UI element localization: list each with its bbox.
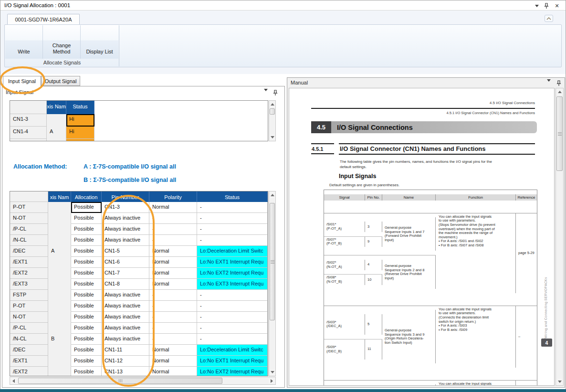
write-button[interactable]: Write xyxy=(5,25,43,59)
table-cell[interactable]: Possible xyxy=(71,279,102,290)
table-cell[interactable]: Possible xyxy=(71,367,102,376)
table-cell[interactable]: - xyxy=(197,323,268,334)
scroll-up-button[interactable] xyxy=(270,192,275,198)
table-cell[interactable]: N-OT xyxy=(10,213,48,224)
table-cell[interactable]: Possible xyxy=(71,356,102,367)
table-cell[interactable] xyxy=(48,213,71,224)
table-cell[interactable]: Lo:No EXT3 Interrupt Requ xyxy=(197,279,268,290)
table-cell[interactable]: Possible xyxy=(71,312,102,323)
table-cell[interactable]: Lo:No EXT1 Interrupt Requ xyxy=(197,257,268,268)
table-cell[interactable]: CN1-12 xyxy=(102,356,149,367)
table-cell[interactable]: - xyxy=(197,290,268,301)
table-cell[interactable]: Possible xyxy=(71,345,102,356)
table-cell[interactable] xyxy=(48,323,71,334)
table-cell[interactable]: Possible xyxy=(71,224,102,235)
collapse-ribbon-icon[interactable] xyxy=(545,15,553,22)
table-cell[interactable]: Always inactive xyxy=(102,301,149,312)
scroll-up-button[interactable] xyxy=(270,101,275,107)
table-cell[interactable] xyxy=(94,114,267,127)
table-cell[interactable]: CN1-6 xyxy=(102,257,149,268)
table-cell[interactable]: P-OT xyxy=(10,202,48,213)
table-cell[interactable]: - xyxy=(197,235,268,246)
scroll-down-button[interactable] xyxy=(270,134,275,140)
table-cell[interactable]: - xyxy=(197,213,268,224)
table-cell[interactable]: - xyxy=(197,312,268,323)
panel-pin-icon[interactable] xyxy=(273,89,278,98)
scroll-down-button[interactable] xyxy=(270,369,275,375)
table-cell[interactable]: P-OT xyxy=(10,301,48,312)
table-cell[interactable]: /N-CL xyxy=(10,334,48,345)
table-cell[interactable]: - xyxy=(149,334,197,345)
manual-vscrollbar[interactable] xyxy=(556,88,564,386)
table-cell[interactable]: Lo:Deceleration Limit Switc xyxy=(197,345,268,356)
table-cell[interactable] xyxy=(48,235,71,246)
table-cell[interactable]: Possible xyxy=(71,334,102,345)
table-cell[interactable]: CN1-3 xyxy=(102,202,149,213)
table-cell[interactable]: - xyxy=(197,301,268,312)
table-cell[interactable]: - xyxy=(149,290,197,301)
table-cell[interactable]: /P-CL xyxy=(10,323,48,334)
table-cell[interactable]: Normal xyxy=(149,279,197,290)
allocation-table-hscrollbar[interactable] xyxy=(10,377,276,385)
table-cell[interactable]: Hi xyxy=(66,114,94,127)
table-cell[interactable]: CN1-11 xyxy=(102,345,149,356)
table-cell[interactable]: Normal xyxy=(149,367,197,376)
table-cell[interactable]: A xyxy=(47,127,66,139)
table-cell[interactable]: - xyxy=(197,334,268,345)
tab-output-signal[interactable]: Output Signal xyxy=(41,76,80,86)
table-cell[interactable]: /DEC xyxy=(10,345,48,356)
table-cell[interactable]: Possible xyxy=(71,323,102,334)
table-cell[interactable]: /EXT2 xyxy=(10,367,48,376)
table-cell[interactable]: Lo:Deceleration Limit Switc xyxy=(197,246,268,257)
table-cell[interactable] xyxy=(48,345,71,356)
manual-pin-icon[interactable] xyxy=(556,80,561,88)
device-tab[interactable]: 0001-SGD7W-1R6A20A xyxy=(7,14,80,25)
window-pin-icon[interactable] xyxy=(543,2,550,10)
table-cell[interactable]: /EXT1 xyxy=(10,257,48,268)
table-cell[interactable] xyxy=(94,127,267,139)
table-cell[interactable]: /P-CL xyxy=(10,224,48,235)
table-cell[interactable]: Possible xyxy=(71,235,102,246)
table-cell[interactable] xyxy=(48,290,71,301)
table-cell[interactable]: Lo:No EXT2 Interrupt Requ xyxy=(197,367,268,376)
table-cell[interactable] xyxy=(48,202,71,213)
table-cell[interactable]: CN1-7 xyxy=(102,268,149,279)
change-method-button[interactable]: Change Method xyxy=(43,25,81,59)
table-cell[interactable]: Always inactive xyxy=(102,312,149,323)
pin-status-table-scrollbar[interactable] xyxy=(269,100,276,141)
panel-dropdown-icon[interactable] xyxy=(264,91,268,100)
table-cell[interactable] xyxy=(48,301,71,312)
table-cell[interactable] xyxy=(94,139,267,141)
allocation-table-vscrollbar[interactable] xyxy=(269,191,276,376)
table-cell[interactable]: Normal xyxy=(149,246,197,257)
table-cell[interactable]: Normal xyxy=(149,345,197,356)
window-menu-dropdown-icon[interactable] xyxy=(533,2,541,10)
table-cell[interactable]: Possible xyxy=(71,290,102,301)
table-cell[interactable] xyxy=(48,224,71,235)
table-cell[interactable]: - xyxy=(197,224,268,235)
table-cell[interactable]: - xyxy=(149,235,197,246)
scrollbar-thumb[interactable] xyxy=(18,378,222,384)
table-cell[interactable]: Always inactive xyxy=(102,290,149,301)
table-cell[interactable]: Normal xyxy=(149,268,197,279)
table-cell[interactable]: - xyxy=(149,301,197,312)
table-cell[interactable]: - xyxy=(149,213,197,224)
table-cell[interactable]: /EXT1 xyxy=(10,356,48,367)
table-cell[interactable]: CN1-4 xyxy=(10,127,47,139)
display-list-button[interactable]: Display List xyxy=(81,25,118,59)
table-cell[interactable]: Always inactive xyxy=(102,224,149,235)
table-cell[interactable]: Normal xyxy=(149,202,197,213)
scroll-down-button[interactable] xyxy=(556,379,563,385)
table-cell[interactable]: Lo:No EXT1 Interrupt Requ xyxy=(197,356,268,367)
table-cell[interactable]: /N-CL xyxy=(10,235,48,246)
table-cell[interactable] xyxy=(47,139,66,141)
table-cell[interactable]: Always inactive xyxy=(102,323,149,334)
table-cell[interactable]: Hi xyxy=(66,127,94,139)
table-cell[interactable]: - xyxy=(149,312,197,323)
table-cell[interactable]: N-OT xyxy=(10,312,48,323)
scroll-right-button[interactable] xyxy=(269,378,275,384)
table-cell[interactable]: Always inactive xyxy=(102,235,149,246)
table-cell[interactable] xyxy=(10,139,47,141)
table-cell[interactable]: /DEC xyxy=(10,246,48,257)
table-cell[interactable]: B xyxy=(48,334,71,345)
